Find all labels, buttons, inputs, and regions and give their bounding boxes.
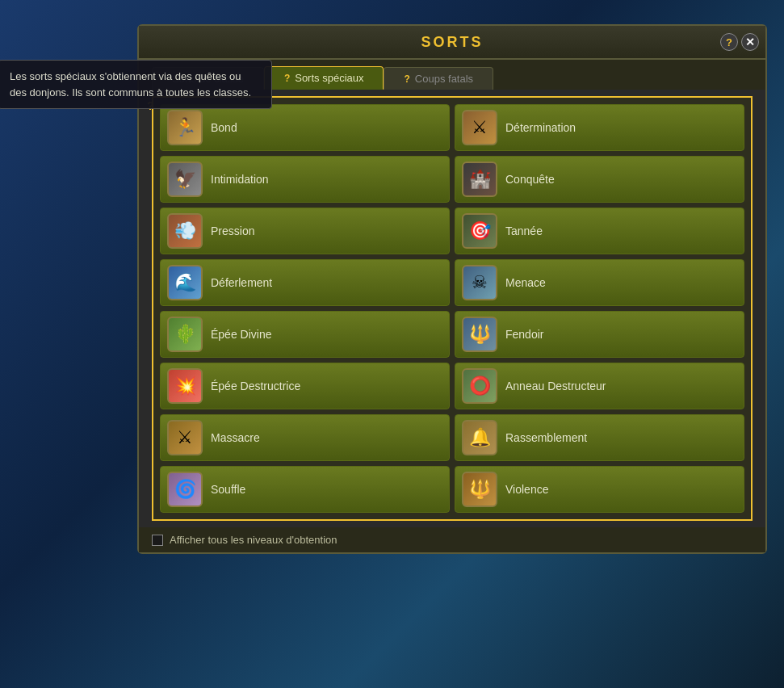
spell-icon-deferlement: 🌊: [167, 265, 203, 300]
spell-name-tannee: Tannée: [505, 224, 543, 237]
spell-grid: 🏃Bond⚔Détermination🦅Intimidation🏰Conquêt…: [160, 104, 744, 513]
spell-icon-intimidation: 🦅: [167, 162, 203, 197]
tab-coups-fatals-help: ?: [404, 73, 409, 85]
spell-name-massacre: Massacre: [211, 431, 260, 444]
modal-window: SORTS ? ✕ Sorts de classe ? Sorts spécia…: [137, 24, 767, 554]
spell-item-rassemblement[interactable]: 🔔Rassemblement: [455, 414, 744, 461]
spell-item-anneau-destructeur[interactable]: ⭕Anneau Destructeur: [455, 363, 744, 409]
close-button[interactable]: ✕: [741, 33, 759, 51]
spell-name-souffle: Souffle: [211, 483, 245, 496]
modal-title: SORTS: [421, 34, 483, 51]
spell-icon-souffle: 🌀: [167, 472, 203, 507]
spell-item-violence[interactable]: 🔱Violence: [455, 466, 744, 513]
footer: Afficher tous les niveaux d'obtention: [139, 527, 765, 552]
tab-sorts-speciaux-help: ?: [284, 73, 290, 84]
spell-item-massacre[interactable]: ⚔Massacre: [160, 414, 450, 461]
spell-name-epee-divine: Épée Divine: [211, 328, 272, 341]
spell-icon-epee-destructrice: 💥: [167, 368, 203, 404]
spell-item-bond[interactable]: 🏃Bond: [160, 104, 450, 151]
tab-coups-fatals-label: Coups fatals: [415, 73, 473, 85]
spell-item-souffle[interactable]: 🌀Souffle: [160, 466, 450, 513]
spell-item-conquete[interactable]: 🏰Conquête: [455, 156, 744, 203]
show-levels-label: Afficher tous les niveaux d'obtention: [170, 534, 337, 546]
spell-item-determination[interactable]: ⚔Détermination: [455, 104, 744, 151]
spell-name-intimidation: Intimidation: [211, 173, 269, 186]
spell-item-deferlement[interactable]: 🌊Déferlement: [160, 259, 450, 306]
spell-name-anneau-destructeur: Anneau Destructeur: [505, 380, 606, 392]
spell-name-pression: Pression: [211, 224, 254, 237]
spell-icon-fendoir: 🔱: [462, 317, 497, 352]
help-button[interactable]: ?: [720, 33, 738, 51]
spell-item-epee-divine[interactable]: 🌵Épée Divine: [160, 311, 450, 358]
show-levels-checkbox[interactable]: [152, 535, 163, 546]
tab-coups-fatals[interactable]: ? Coups fatals: [384, 67, 493, 90]
spell-icon-epee-divine: 🌵: [167, 317, 203, 352]
spell-icon-tannee: 🎯: [462, 213, 497, 249]
spell-item-pression[interactable]: 💨Pression: [160, 208, 450, 254]
spell-icon-massacre: ⚔: [167, 420, 203, 455]
spell-name-rassemblement: Rassemblement: [505, 431, 587, 444]
title-controls: ? ✕: [720, 33, 759, 51]
spell-name-menace: Menace: [505, 276, 546, 289]
spell-icon-conquete: 🏰: [462, 162, 497, 197]
spell-name-epee-destructrice: Épée Destructrice: [211, 380, 300, 392]
spell-icon-violence: 🔱: [462, 472, 497, 507]
spell-item-fendoir[interactable]: 🔱Fendoir: [455, 311, 744, 358]
spell-item-epee-destructrice[interactable]: 💥Épée Destructrice: [160, 363, 450, 409]
spell-icon-anneau-destructeur: ⭕: [462, 368, 497, 404]
spell-item-tannee[interactable]: 🎯Tannée: [455, 208, 744, 254]
spell-item-intimidation[interactable]: 🦅Intimidation: [160, 156, 450, 203]
spell-name-violence: Violence: [505, 483, 548, 496]
spell-icon-bond: 🏃: [167, 110, 203, 145]
spell-icon-rassemblement: 🔔: [462, 420, 497, 455]
spell-icon-pression: 💨: [167, 213, 203, 249]
spell-item-menace[interactable]: ☠Menace: [455, 259, 744, 306]
spell-name-bond: Bond: [211, 121, 237, 134]
spell-name-conquete: Conquête: [505, 173, 555, 186]
tab-sorts-speciaux-label: Sorts spéciaux: [295, 72, 363, 84]
spell-icon-menace: ☠: [462, 265, 497, 300]
spell-name-deferlement: Déferlement: [211, 276, 272, 289]
tooltip-text: Les sorts spéciaux s'obtiennent via des …: [10, 70, 251, 99]
title-bar: SORTS ? ✕: [139, 26, 765, 60]
spell-name-determination: Détermination: [505, 121, 576, 134]
tab-sorts-speciaux[interactable]: ? Sorts spéciaux: [264, 66, 384, 90]
spell-name-fendoir: Fendoir: [505, 328, 543, 341]
tooltip: Les sorts spéciaux s'obtiennent via des …: [0, 60, 272, 109]
spell-list: 🏃Bond⚔Détermination🦅Intimidation🏰Conquêt…: [152, 96, 753, 521]
spell-icon-determination: ⚔: [462, 110, 497, 145]
